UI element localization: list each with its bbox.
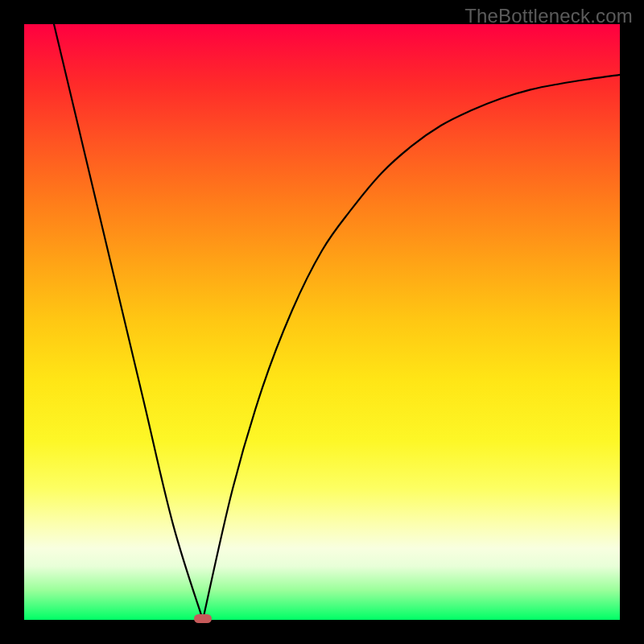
bottleneck-curve-svg (24, 24, 620, 620)
bottleneck-curve (54, 24, 620, 620)
watermark-text: TheBottleneck.com (464, 5, 633, 27)
curve-minimum-marker (194, 614, 212, 623)
chart-frame: TheBottleneck.com (0, 0, 644, 644)
